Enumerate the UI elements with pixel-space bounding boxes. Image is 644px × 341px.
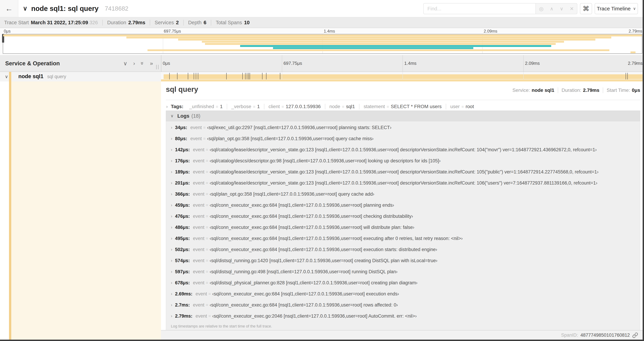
log-entry[interactable]: ›366μs:event=‹sql/plan_opt.go:358 [nsql1… bbox=[166, 189, 640, 200]
span-id-footer: SpanID: 4877749850101760812 bbox=[161, 330, 642, 340]
command-icon: ⌘ bbox=[583, 5, 589, 13]
log-message: ‹sql/plan_opt.go:358 [nsql1,client=127.0… bbox=[210, 191, 374, 197]
logs-list: ›34μs:event=‹sql/exec_util.go:2297 [nsql… bbox=[166, 121, 640, 331]
divider bbox=[166, 100, 640, 100]
log-field-key: event bbox=[193, 225, 204, 230]
logs-count: (18) bbox=[192, 113, 200, 119]
log-field-key: event bbox=[193, 180, 204, 186]
span-detail-meta: Service:node sql1 Duration:2.79ms Start … bbox=[509, 88, 640, 93]
log-field-key: event bbox=[193, 147, 204, 152]
log-message: ‹sql/catalog/lease/descriptor_version_st… bbox=[210, 169, 599, 175]
log-entry[interactable]: ›495μs:event=‹sql/conn_executor_exec.go:… bbox=[166, 233, 640, 244]
chevron-right-icon: › bbox=[171, 314, 172, 318]
chevron-right-icon: › bbox=[171, 169, 172, 174]
log-entry[interactable]: ›597μs:event=‹sql/distsql_running.go:498… bbox=[166, 266, 640, 277]
axis-gridline bbox=[523, 55, 524, 72]
prev-match-icon[interactable]: ∧ bbox=[550, 6, 554, 12]
meta-label: Duration bbox=[107, 20, 126, 26]
log-timestamp: 176μs: bbox=[175, 158, 190, 164]
tag-value: 1 bbox=[220, 104, 223, 109]
detail-left-gutter bbox=[0, 82, 161, 340]
window-edge bbox=[0, 339, 644, 341]
tag-key: statement bbox=[364, 104, 385, 109]
log-entry[interactable]: ›34μs:event=‹sql/exec_util.go:2297 [nsql… bbox=[166, 122, 640, 133]
log-message: ‹sql/distsql_physical_planner.go:828 [ns… bbox=[210, 280, 418, 285]
collapse-controls: ∨ › » » bbox=[123, 55, 153, 72]
trace-meta-item: Services2 bbox=[150, 20, 184, 26]
collapse-all-icon[interactable]: » bbox=[139, 62, 146, 65]
log-field-key: event bbox=[193, 158, 204, 164]
minimap-span bbox=[630, 52, 636, 53]
shortcuts-button[interactable]: ⌘ bbox=[580, 3, 592, 14]
span-color-stripe bbox=[9, 72, 11, 82]
log-entry[interactable]: ›2.69ms:event=‹sql/conn_executor_exec.go… bbox=[166, 288, 640, 299]
find-input[interactable] bbox=[424, 4, 536, 14]
minimap-span bbox=[273, 47, 473, 49]
span-detail-header[interactable]: sql query Service:node sql1 Duration:2.7… bbox=[166, 85, 640, 94]
collapse-one-icon[interactable]: ∨ bbox=[123, 60, 127, 67]
equals-sign: = bbox=[206, 269, 208, 274]
equals-sign: = bbox=[206, 147, 208, 152]
duration-label: Duration: bbox=[562, 88, 581, 93]
span-color-stripe bbox=[9, 82, 11, 340]
log-entry[interactable]: ›486μs:event=‹sql/conn_executor_exec.go:… bbox=[166, 222, 640, 233]
next-match-icon[interactable]: ∨ bbox=[560, 6, 564, 12]
equals-sign: = bbox=[206, 203, 208, 208]
chevron-right-icon: › bbox=[171, 269, 172, 274]
meta-value-fraction: .326 bbox=[88, 20, 98, 25]
logs-accordion-header[interactable]: ∨ Logs (18) bbox=[166, 111, 640, 121]
trace-meta-item: Total Spans10 bbox=[211, 20, 254, 26]
log-timestamp: 189μs: bbox=[175, 169, 190, 175]
focus-match-icon[interactable]: ◎ bbox=[539, 6, 544, 12]
expand-all-icon[interactable]: » bbox=[150, 60, 153, 67]
tag-key: user bbox=[450, 104, 460, 109]
tags-accordion[interactable]: › Tags: _unfinished=1_verbose=1client=12… bbox=[166, 103, 640, 111]
trace-title-wrap: ∨ node sql1: sql query 7418682 bbox=[23, 0, 128, 17]
deep-link-icon[interactable] bbox=[632, 332, 638, 338]
clear-search-icon[interactable]: ✕ bbox=[570, 6, 574, 12]
log-entry[interactable]: ›574μs:event=‹sql/distsql_running.go:142… bbox=[166, 255, 640, 266]
span-detail-panel: sql query Service:node sql1 Duration:2.7… bbox=[161, 79, 642, 330]
tag-item: _verbose=1 bbox=[227, 104, 264, 109]
span-collapse-icon[interactable]: ∨ bbox=[5, 74, 8, 79]
log-entry[interactable]: ›80μs:event=‹sql/plan_opt.go:358 [nsql1,… bbox=[166, 133, 640, 144]
minimap-canvas[interactable] bbox=[3, 34, 642, 54]
logs-label: Logs bbox=[178, 113, 190, 119]
column-resizer[interactable] bbox=[156, 65, 158, 69]
log-entry[interactable]: ›2.7ms:event=‹sql/conn_executor_exec.go:… bbox=[166, 299, 640, 310]
log-entry[interactable]: ›201μs:event=‹sql/catalog/lease/descript… bbox=[166, 177, 640, 189]
log-entry[interactable]: ›678μs:event=‹sql/distsql_physical_plann… bbox=[166, 277, 640, 288]
equals-sign: = bbox=[206, 214, 208, 219]
minimap-tick-label: 2.09ms bbox=[484, 29, 497, 34]
minimap-span bbox=[205, 43, 556, 45]
tag-item: _unfinished=1 bbox=[185, 104, 227, 109]
log-field-key: event bbox=[193, 258, 204, 263]
trace-meta-item: Trace StartMarch 31 2022, 17:25:09.326 bbox=[4, 20, 103, 26]
expand-one-icon[interactable]: › bbox=[133, 60, 135, 67]
view-dropdown[interactable]: Trace Timeline ∨ bbox=[595, 3, 638, 14]
log-entry[interactable]: ›142μs:event=‹sql/catalog/lease/descript… bbox=[166, 144, 640, 155]
log-timestamp: 142μs: bbox=[175, 147, 190, 152]
trace-meta-item: Duration2.79ms bbox=[103, 20, 150, 26]
span-duration-bar[interactable] bbox=[164, 74, 643, 79]
log-field-key: event bbox=[193, 191, 204, 197]
tags-label: Tags: bbox=[171, 104, 184, 109]
collapse-trace-icon[interactable]: ∨ bbox=[23, 5, 27, 12]
log-entry[interactable]: ›476μs:event=‹sql/conn_executor_exec.go:… bbox=[166, 211, 640, 222]
log-entry[interactable]: ›189μs:event=‹sql/catalog/lease/descript… bbox=[166, 166, 640, 177]
log-timestamp: 80μs: bbox=[175, 136, 187, 141]
timeline-header-row: Service & Operation ∨ › » » 0μs697.75μs1… bbox=[0, 55, 644, 72]
chevron-right-icon: › bbox=[171, 203, 172, 208]
back-button[interactable]: ← bbox=[0, 0, 18, 17]
log-entry[interactable]: ›2.79ms:event=‹sql/conn_executor_exec.go… bbox=[166, 310, 640, 321]
log-entry[interactable]: ›502μs:event=‹sql/conn_executor_exec.go:… bbox=[166, 244, 640, 255]
service-operation-header: Service & Operation bbox=[5, 55, 60, 72]
log-entry[interactable]: ›459μs:event=‹sql/conn_executor_exec.go:… bbox=[166, 200, 640, 211]
span-tint-background bbox=[11, 82, 161, 340]
log-message: ‹sql/conn_executor_exec.go:684 [nsql1,cl… bbox=[210, 225, 414, 230]
log-timestamp: 2.69ms: bbox=[175, 291, 192, 297]
log-entry[interactable]: ›176μs:event=‹sql/catalog/descs/descript… bbox=[166, 155, 640, 166]
trace-meta-item: Depth6 bbox=[184, 20, 212, 26]
meta-label: Trace Start bbox=[4, 20, 29, 26]
minimap-tick-label: 697.75μs bbox=[164, 29, 181, 34]
